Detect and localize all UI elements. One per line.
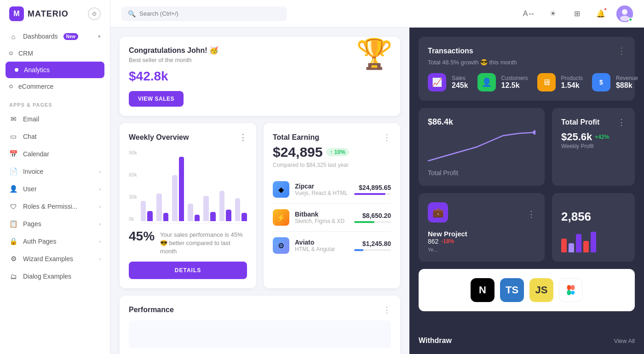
ecommerce-label: eCommerce [18,83,53,90]
pages-label: Pages [23,220,41,228]
bar-group [172,157,184,221]
project-count-area: 2,856 [561,210,626,252]
sidebar-item-chat[interactable]: ▭ Chat [0,128,110,145]
bar-purple [163,213,169,221]
weekly-percent: 45% [129,229,155,244]
calendar-icon: 📅 [9,150,17,158]
weekly-menu-icon[interactable]: ⋮ [239,132,247,143]
bar-light [172,175,178,221]
zipcar-amount: $24,895.65 [354,184,391,191]
figma-icon [566,285,576,295]
earning-item-zipcar: ◆ Zipcar Vuejs, React & HTML $24,895.65 [273,176,391,204]
zipcar-progress [354,193,391,195]
sidebar-item-roles[interactable]: 🛡 Roles & Permissi... › [0,198,110,215]
notification-icon[interactable]: 🔔 [592,6,609,22]
sidebar-item-dashboards[interactable]: ⌂ Dashboards New ▾ [0,28,110,45]
mini-bar [576,234,581,252]
total-earning-amount: $24,895 ↑ 10% [273,144,391,160]
view-all-button[interactable]: View All [614,337,635,344]
profit-line-chart [428,129,535,166]
project-menu-icon[interactable]: ⋮ [527,209,535,219]
top-row: Congratulations John! 🥳 Best seller of t… [120,37,400,116]
mini-bar [561,239,567,252]
zipcar-logo: ◆ [273,181,289,198]
wizard-icon: ⚙ [9,255,17,263]
bar-light [203,196,209,221]
nav-dot-crm [9,51,13,55]
invoice-label: Invoice [23,168,43,175]
aviato-info: Aviato HTML & Angular [295,239,335,252]
profit-chart-area [428,129,535,166]
apps-pages-label: APPS & PAGES [0,95,110,110]
customers-info: Customers 12.5k [501,75,528,90]
svg-point-3 [533,130,535,135]
total-earning-menu-icon[interactable]: ⋮ [383,132,391,143]
auth-label: Auth Pages [23,238,56,245]
grid-icon[interactable]: ⊞ [569,6,585,22]
bitbank-progress-fill [354,221,374,223]
svg-point-7 [571,291,575,294]
aviato-progress [354,249,391,251]
project-sub: 862 -18% [428,238,535,245]
performance-title: Performance [129,306,174,314]
chat-label: Chat [23,133,37,140]
aviato-progress-fill [354,249,363,251]
user-avatar[interactable] [616,6,633,22]
bitbank-info: Bitbank Sketch, Figma & XD [295,211,345,224]
main-content: 🔍 A↔ ☀ ⊞ 🔔 Congrat [110,0,644,354]
zipcar-info: Zipcar Vuejs, React & HTML [295,183,348,196]
bitbank-sub: Sketch, Figma & XD [295,218,345,224]
revenue-info: Revenue $88k [616,75,638,90]
transactions-title: Transactions ⋮ [428,46,626,56]
transactions-menu-icon[interactable]: ⋮ [617,46,626,56]
email-icon: ✉ [9,115,17,123]
sidebar-item-crm[interactable]: CRM [0,45,110,62]
nav-dot-ecommerce [9,85,13,88]
bar-light [156,194,162,221]
sidebar-item-pages[interactable]: 📋 Pages › [0,215,110,233]
mini-bars [561,229,626,252]
sidebar-item-wizard[interactable]: ⚙ Wizard Examples › [0,250,110,268]
record-icon[interactable]: ⊙ [88,7,101,20]
bar-group [188,204,200,221]
sidebar-item-ecommerce[interactable]: eCommerce [0,78,110,95]
sidebar-item-analytics[interactable]: Analytics [6,62,104,78]
details-button[interactable]: DETAILS [129,262,247,279]
sidebar-item-auth[interactable]: 🔒 Auth Pages › [0,233,110,250]
performance-menu-icon[interactable]: ⋮ [383,305,391,315]
earning-badge: ↑ 10% [326,148,349,156]
bar-light [219,191,225,221]
sidebar-item-user[interactable]: 👤 User › [0,180,110,198]
theme-icon[interactable]: ☀ [545,6,561,22]
view-sales-button[interactable]: VIEW SALES [129,91,184,107]
sidebar-item-invoice[interactable]: 📄 Invoice › [0,163,110,180]
mini-bar [569,243,574,252]
translate-icon[interactable]: A↔ [521,6,537,22]
aviato-name: Aviato [295,239,335,246]
nav-dot-analytics [15,68,18,72]
sidebar-item-calendar[interactable]: 📅 Calendar [0,145,110,163]
bitbank-name: Bitbank [295,211,345,218]
crm-label: CRM [18,50,33,57]
profit-right-card: Total Profit ⋮ $25.6k +42% Weekly Profit [552,108,635,186]
sidebar-item-dialog[interactable]: 🗂 Dialog Examples [0,268,110,285]
congrats-title: Congratulations John! 🥳 [129,46,391,55]
zipcar-name: Zipcar [295,183,348,190]
sidebar-item-email[interactable]: ✉ Email [0,110,110,128]
sales-info: Sales 245k [452,75,468,90]
profit-right-amount: $25.6k +42% [561,131,626,143]
user-icon: 👤 [9,185,17,193]
profit-right-sublabel: Weekly Profit [561,143,626,149]
bar-group [235,198,247,221]
bar-group [219,191,231,221]
panel-right: Transactions ⋮ Total 48.5% growth 😎 this… [409,28,644,354]
chart-area: 90k 60k 30k 0k [129,150,247,223]
search-box[interactable]: 🔍 [121,6,287,21]
panel-left: Congratulations John! 🥳 Best seller of t… [110,28,409,354]
search-input[interactable] [139,10,281,17]
svg-rect-5 [571,285,575,290]
mini-bar [583,241,589,252]
weekly-footer: 45% Your sales performance is 45% 😎 bett… [129,229,247,256]
profit-right-menu-icon[interactable]: ⋮ [617,117,626,127]
user-label: User [23,185,37,193]
